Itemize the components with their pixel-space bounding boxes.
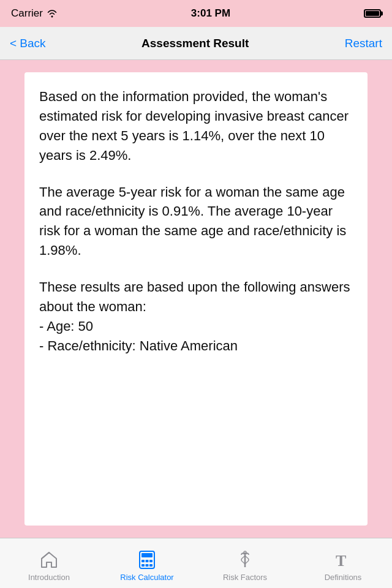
back-button[interactable]: < Back [10,37,46,50]
svg-rect-7 [149,564,153,567]
content-card: Based on the information provided, the w… [24,72,368,526]
svg-text:T: T [336,552,346,570]
paragraph-2: The average 5-year risk for a woman the … [39,183,353,261]
wifi-icon [47,9,58,18]
tab-risk-calculator-label: Risk Calculator [120,573,173,582]
content-area: Based on the information provided, the w… [0,60,392,538]
paragraph-3: These results are based upon the followi… [39,277,353,356]
content-text: Based on the information provided, the w… [39,87,353,356]
tab-introduction-label: Introduction [28,573,70,582]
restart-button[interactable]: Restart [345,37,382,50]
tab-risk-factors[interactable]: Risk Factors [196,545,294,582]
svg-rect-5 [141,564,145,567]
svg-rect-4 [149,560,153,562]
svg-rect-2 [141,560,145,562]
tab-introduction[interactable]: Introduction [0,545,98,582]
tab-risk-factors-label: Risk Factors [223,573,267,582]
battery-indicator [364,9,381,18]
svg-rect-1 [141,553,153,557]
tab-definitions-label: Definitions [325,573,362,582]
tab-definitions[interactable]: T Definitions [294,545,392,582]
tab-risk-calculator[interactable]: Risk Calculator [98,545,196,582]
carrier-text: Carrier [11,7,58,20]
svg-rect-3 [146,560,149,562]
home-icon [39,549,59,570]
status-bar: Carrier 3:01 PM [0,0,392,27]
calculator-icon [137,549,157,570]
medical-icon [235,549,255,570]
text-icon: T [333,549,353,570]
battery-icon [364,9,381,18]
navigation-bar: < Back Assessment Result Restart [0,27,392,60]
svg-rect-6 [146,564,149,567]
paragraph-1: Based on the information provided, the w… [39,87,353,165]
status-time: 3:01 PM [191,7,230,20]
page-title: Assessment Result [141,37,249,50]
tab-bar: Introduction Risk Calculator [0,538,392,588]
